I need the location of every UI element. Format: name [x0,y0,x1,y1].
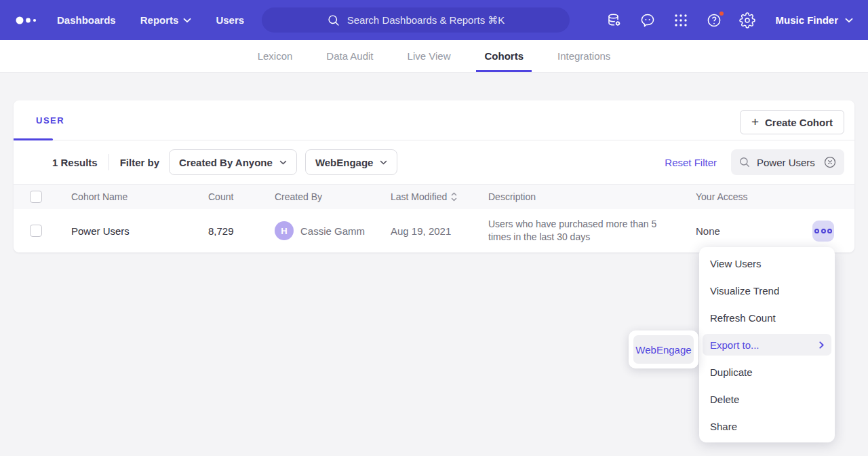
row-actions-button[interactable] [812,221,834,242]
project-name: Music Finder [775,14,838,26]
chevron-down-icon [845,18,853,23]
nav-label: Dashboards [57,14,116,26]
cohort-name-cell[interactable]: Power Users [71,225,208,237]
your-access-cell: None [696,225,812,237]
create-cohort-label: Create Cohort [765,117,833,128]
navbar-actions: Music Finder [606,12,853,28]
data-management-icon[interactable] [606,12,623,28]
results-count: 1 Results [52,157,98,168]
select-all-checkbox[interactable] [30,191,42,203]
cohort-search-value: Power Users [757,157,817,168]
reset-filter-link[interactable]: Reset Filter [665,157,717,168]
integration-filter-dropdown[interactable]: WebEngage [305,149,398,175]
search-icon [327,14,340,27]
mixpanel-logo-icon[interactable] [15,12,42,28]
created-by-cell: H Cassie Gamm [275,221,391,240]
cohorts-card-header: USER + Create Cohort [14,100,854,140]
nav-label: Users [216,14,244,26]
last-modified-cell: Aug 19, 2021 [391,225,488,237]
settings-gear-icon[interactable] [739,12,755,28]
clear-search-icon[interactable] [823,155,837,169]
project-switcher[interactable]: Music Finder [775,14,853,26]
menu-item-visualize-trend[interactable]: Visualize Trend [699,277,835,304]
filter-by-label: Filter by [120,157,159,168]
create-cohort-button[interactable]: + Create Cohort [740,110,844,134]
created-by-filter-value: Created By Anyone [179,157,273,168]
column-label: Last Modified [391,191,447,202]
tab-user-cohorts[interactable]: USER [14,115,64,126]
column-header-last-modified[interactable]: Last Modified [391,191,488,202]
tab-live-view[interactable]: Live View [399,40,459,72]
nav-item-reports[interactable]: Reports [140,14,192,26]
menu-item-export-to[interactable]: Export to... [703,334,831,356]
row-context-menu: View Users Visualize Trend Refresh Count… [699,247,835,442]
menu-item-duplicate[interactable]: Duplicate [699,358,835,385]
column-header-count[interactable]: Count [208,191,275,202]
chevron-down-icon [380,160,387,165]
count-cell: 8,729 [208,225,275,237]
more-dot [821,229,826,233]
section-tabbar: Lexicon Data Audit Live View Cohorts Int… [0,40,868,73]
menu-item-delete[interactable]: Delete [699,385,835,413]
search-icon [738,156,751,168]
cohorts-card: USER + Create Cohort 1 Results Filter by… [14,100,854,252]
tab-cohorts[interactable]: Cohorts [476,40,532,72]
more-dot [814,229,819,233]
tab-lexicon[interactable]: Lexicon [250,40,301,72]
tab-label: Lexicon [258,50,293,62]
user-tab-underline [14,138,53,140]
plus-icon: + [751,115,759,128]
menu-item-share[interactable]: Share [699,413,835,440]
avatar: H [275,221,294,240]
table-header-row: Cohort Name Count Created By Last Modifi… [14,185,854,209]
chevron-down-icon [183,18,191,23]
column-header-cohort-name[interactable]: Cohort Name [71,191,208,202]
menu-item-label: Export to... [710,339,760,351]
menu-item-refresh-count[interactable]: Refresh Count [699,304,835,331]
top-navbar: Dashboards Reports Users Search Dashboar… [0,0,868,40]
tab-label: Integrations [557,50,610,62]
help-icon[interactable] [706,12,722,28]
created-by-name: Cassie Gamm [300,225,365,237]
row-checkbox[interactable] [30,225,42,237]
created-by-filter-dropdown[interactable]: Created By Anyone [169,149,297,175]
sort-icon[interactable] [451,192,457,202]
export-submenu: WebEngage [629,330,698,368]
chevron-down-icon [279,160,287,165]
column-header-your-access[interactable]: Your Access [696,191,812,202]
tab-integrations[interactable]: Integrations [549,40,618,72]
column-header-created-by[interactable]: Created By [275,191,391,202]
notification-dot [718,10,725,17]
nav-item-users[interactable]: Users [216,14,244,26]
tab-label: Cohorts [484,50,524,62]
cohort-search-input[interactable]: Power Users [731,149,844,175]
tab-label: Live View [408,50,451,62]
nav-item-dashboards[interactable]: Dashboards [57,14,116,26]
table-row[interactable]: Power Users 8,729 H Cassie Gamm Aug 19, … [14,209,854,252]
divider [108,154,109,170]
tab-label: Data Audit [326,50,373,62]
description-cell: Users who have purchased more than 5 tim… [488,218,696,244]
chevron-right-icon [819,341,824,349]
menu-item-view-users[interactable]: View Users [699,250,835,277]
nav-label: Reports [140,14,179,26]
column-header-description[interactable]: Description [488,191,696,202]
global-search-input[interactable]: Search Dashboards & Reports ⌘K [262,7,570,33]
more-dot [827,229,832,233]
primary-nav: Dashboards Reports Users [57,14,244,26]
active-tab-underline [476,70,532,72]
feedback-icon[interactable] [639,12,656,28]
tab-data-audit[interactable]: Data Audit [318,40,381,72]
integration-filter-value: WebEngage [315,157,374,168]
apps-grid-icon[interactable] [673,12,689,28]
search-placeholder: Search Dashboards & Reports ⌘K [347,14,505,26]
submenu-item-webengage[interactable]: WebEngage [633,335,694,364]
filter-toolbar: 1 Results Filter by Created By Anyone We… [14,140,854,185]
